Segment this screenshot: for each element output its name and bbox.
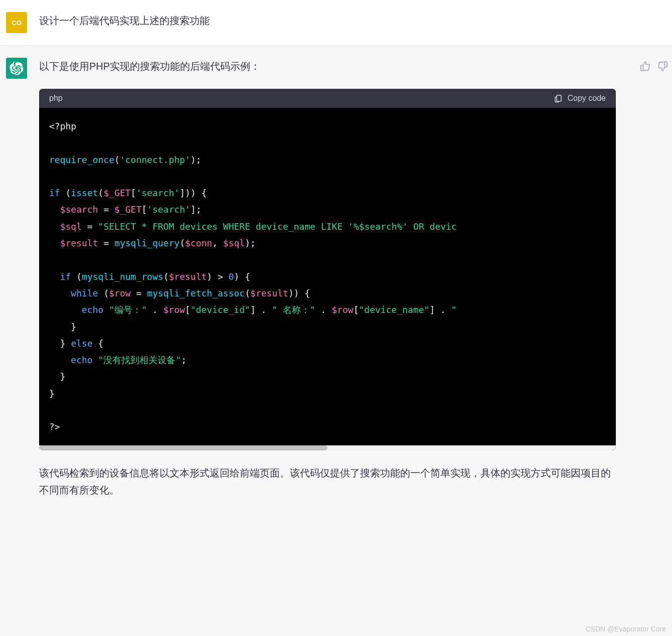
thumbs-down-button[interactable]: [657, 61, 668, 72]
thumbs-down-icon: [657, 61, 668, 72]
user-message: CO 设计一个后端代码实现上述的搜索功能: [0, 0, 672, 45]
assistant-intro-text: 以下是使用PHP实现的搜索功能的后端代码示例：: [39, 58, 616, 75]
code-header: php Copy code: [39, 89, 616, 108]
user-message-text: 设计一个后端代码实现上述的搜索功能: [39, 12, 660, 29]
code-language-label: php: [49, 94, 63, 103]
copy-code-button[interactable]: Copy code: [554, 94, 606, 103]
clipboard-icon: [554, 94, 563, 103]
scrollbar-thumb[interactable]: [39, 445, 327, 450]
code-block: php Copy code <?php require_once('connec…: [39, 89, 616, 450]
message-actions: [640, 58, 672, 503]
assistant-outro-text: 该代码检索到的设备信息将以文本形式返回给前端页面。该代码仅提供了搜索功能的一个简…: [39, 464, 616, 499]
user-avatar: CO: [6, 12, 27, 33]
horizontal-scrollbar[interactable]: [39, 445, 616, 450]
thumbs-up-button[interactable]: [640, 61, 651, 72]
openai-logo-icon: [10, 61, 24, 75]
user-message-content: 设计一个后端代码实现上述的搜索功能: [39, 12, 672, 33]
copy-code-label: Copy code: [568, 94, 606, 103]
assistant-message: 以下是使用PHP实现的搜索功能的后端代码示例： php Copy code <?…: [0, 45, 672, 515]
code-body[interactable]: <?php require_once('connect.php'); if (i…: [39, 108, 616, 445]
user-avatar-label: CO: [12, 19, 22, 27]
assistant-message-content: 以下是使用PHP实现的搜索功能的后端代码示例： php Copy code <?…: [39, 58, 628, 503]
assistant-avatar: [6, 58, 27, 79]
thumbs-up-icon: [640, 61, 651, 72]
svg-rect-0: [557, 95, 561, 101]
